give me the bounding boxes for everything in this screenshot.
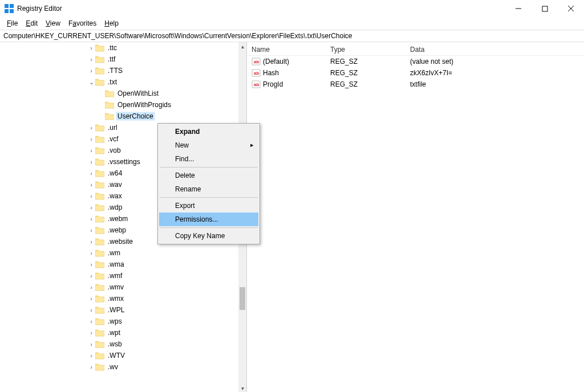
collapse-icon[interactable]: ⌄: [87, 79, 95, 86]
expand-icon[interactable]: ›: [87, 124, 95, 131]
expand-icon[interactable]: ›: [87, 295, 95, 302]
tree-node-label: .ttf: [107, 55, 116, 63]
tree-node-label: .vob: [107, 146, 122, 154]
ctx-export[interactable]: Export: [159, 199, 258, 213]
folder-icon: [95, 55, 104, 63]
folder-icon: [95, 215, 104, 223]
scroll-down-icon[interactable]: ▾: [238, 384, 246, 392]
tree-node[interactable]: ›.wmv: [0, 281, 238, 293]
expand-icon[interactable]: ›: [87, 238, 95, 245]
menu-edit[interactable]: Edit: [22, 19, 41, 28]
expand-icon[interactable]: ›: [87, 364, 95, 370]
col-header-type[interactable]: Type: [326, 44, 405, 55]
string-value-icon: ab: [252, 68, 261, 77]
tree-node[interactable]: ›.wm: [0, 247, 238, 259]
svg-rect-5: [542, 6, 548, 11]
ctx-delete[interactable]: Delete: [159, 169, 258, 182]
expand-icon[interactable]: ›: [87, 215, 95, 222]
tree-node[interactable]: ›.WPL: [0, 304, 238, 316]
ctx-copy-key-name[interactable]: Copy Key Name: [159, 229, 258, 243]
menu-help[interactable]: Help: [101, 19, 122, 28]
window-title: Registry Editor: [17, 5, 62, 13]
tree-node[interactable]: UserChoice: [0, 111, 238, 122]
expand-icon[interactable]: ›: [87, 67, 95, 74]
tree-node[interactable]: ›.wpt: [0, 327, 238, 338]
value-row[interactable]: abHashREG_SZzkX6zIvX+7I=: [247, 67, 584, 79]
ctx-find[interactable]: Find...: [159, 152, 258, 166]
expand-icon[interactable]: ›: [87, 250, 95, 256]
value-row[interactable]: ab(Default)REG_SZ(value not set): [247, 56, 584, 67]
svg-text:ab: ab: [254, 59, 259, 64]
tree-node[interactable]: OpenWithList: [0, 88, 238, 99]
ctx-new[interactable]: New ▸: [159, 138, 258, 152]
context-menu: Expand New ▸ Find... Delete Rename Expor…: [157, 123, 260, 244]
tree-node[interactable]: ›.ttc: [0, 42, 238, 54]
folder-icon: [105, 89, 114, 97]
expand-icon[interactable]: ›: [87, 329, 95, 336]
folder-icon: [95, 169, 104, 177]
address-bar[interactable]: Computer\HKEY_CURRENT_USER\Software\Micr…: [0, 30, 584, 42]
expand-icon[interactable]: ›: [87, 272, 95, 279]
tree-node-label: .w64: [107, 169, 123, 177]
tree-node[interactable]: ›.wsb: [0, 338, 238, 350]
folder-icon: [95, 340, 104, 348]
ctx-permissions[interactable]: Permissions...: [159, 213, 258, 226]
tree-node[interactable]: ›.ttf: [0, 54, 238, 65]
expand-icon[interactable]: ›: [87, 56, 95, 63]
expand-icon[interactable]: ›: [87, 193, 95, 199]
expand-icon[interactable]: ›: [87, 181, 95, 188]
tree-node[interactable]: ›.wma: [0, 259, 238, 270]
scroll-thumb[interactable]: [240, 287, 245, 310]
tree-node[interactable]: ›.wmx: [0, 293, 238, 304]
folder-icon: [95, 283, 104, 291]
tree-node-label: .wmf: [107, 272, 123, 280]
ctx-rename[interactable]: Rename: [159, 182, 258, 196]
expand-icon[interactable]: ›: [87, 284, 95, 291]
expand-icon[interactable]: ›: [87, 204, 95, 211]
expand-icon[interactable]: ›: [87, 158, 95, 165]
menu-file[interactable]: File: [3, 19, 21, 28]
tree-node-label: .wpt: [107, 329, 121, 337]
tree-node[interactable]: ›.wmf: [0, 270, 238, 281]
expand-icon[interactable]: ›: [87, 318, 95, 325]
col-header-data[interactable]: Data: [405, 44, 584, 55]
folder-icon: [95, 329, 104, 337]
ctx-expand[interactable]: Expand: [159, 125, 258, 138]
tree-node[interactable]: ›.wps: [0, 316, 238, 327]
value-data: zkX6zIvX+7I=: [405, 68, 584, 77]
menu-view[interactable]: View: [42, 19, 64, 28]
expand-icon[interactable]: ›: [87, 44, 95, 51]
expand-icon[interactable]: ›: [87, 170, 95, 177]
minimize-button[interactable]: [505, 0, 532, 17]
value-type: REG_SZ: [326, 68, 405, 77]
expand-icon[interactable]: ›: [87, 261, 95, 268]
tree-node[interactable]: OpenWithProgids: [0, 99, 238, 111]
folder-icon: [95, 135, 104, 143]
scroll-up-icon[interactable]: ▴: [238, 42, 246, 50]
value-row[interactable]: abProgIdREG_SZtxtfile: [247, 79, 584, 90]
menu-favorites[interactable]: Favorites: [65, 19, 100, 28]
folder-icon: [95, 203, 104, 211]
folder-icon: [95, 158, 104, 166]
expand-icon[interactable]: ›: [87, 352, 95, 359]
expand-icon[interactable]: ›: [87, 341, 95, 348]
tree-node[interactable]: ›.WTV: [0, 350, 238, 361]
tree-node[interactable]: ›.TTS: [0, 65, 238, 76]
values-pane: Name Type Data ab(Default)REG_SZ(value n…: [247, 42, 584, 392]
tree-node[interactable]: ›.wv: [0, 361, 238, 373]
tree-node[interactable]: ⌄.txt: [0, 76, 238, 88]
folder-icon: [95, 363, 104, 371]
close-button[interactable]: [558, 0, 584, 17]
folder-icon: [95, 249, 104, 257]
col-header-name[interactable]: Name: [247, 44, 326, 55]
content-area: ›.ttc›.ttf›.TTS⌄.txtOpenWithListOpenWith…: [0, 42, 584, 392]
tree-node-label: .TTS: [107, 67, 124, 75]
folder-icon: [95, 78, 104, 86]
maximize-button[interactable]: [532, 0, 558, 17]
tree-node-label: .url: [107, 124, 119, 132]
expand-icon[interactable]: ›: [87, 147, 95, 154]
expand-icon[interactable]: ›: [87, 136, 95, 142]
expand-icon[interactable]: ›: [87, 227, 95, 234]
tree-node-label: .wm: [107, 249, 121, 257]
expand-icon[interactable]: ›: [87, 307, 95, 313]
